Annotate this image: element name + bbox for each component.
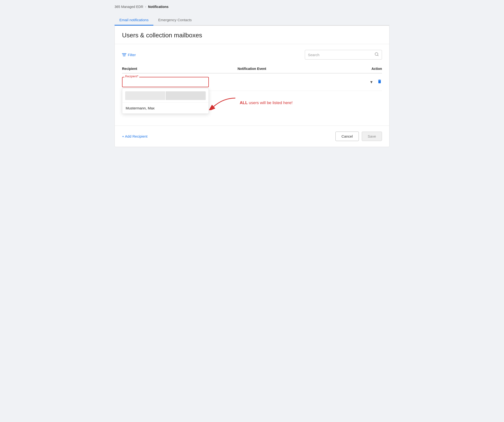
card-footer: + Add Recipient Cancel Save	[115, 126, 389, 147]
action-cell: ▼	[353, 79, 382, 85]
col-notification-event: Notification Event	[238, 67, 353, 71]
dropdown-item-mustermann[interactable]: Mustermann, Max	[122, 103, 209, 114]
recipient-cell: Recipient* Mustermann, Max	[122, 77, 238, 87]
filter-label: Filter	[128, 53, 136, 57]
recipient-dropdown: Mustermann, Max	[122, 88, 209, 114]
save-button[interactable]: Save	[362, 132, 382, 141]
table-header: Recipient Notification Event Action	[122, 64, 382, 74]
delete-row-button[interactable]	[377, 79, 382, 85]
annotation-text: ALL users will be listed here!	[240, 100, 293, 105]
chevron-right-icon: ›	[145, 5, 146, 8]
dropdown-search-row	[122, 88, 209, 103]
search-input[interactable]	[308, 53, 375, 57]
col-recipient: Recipient	[122, 67, 238, 71]
card-header: Users & collection mailboxes	[115, 26, 389, 44]
annotation-rest: users will be listed here!	[248, 100, 293, 105]
card-body: Filter Recipient Notification Event Ac	[115, 44, 389, 116]
annotation-bold: ALL	[240, 100, 248, 105]
cancel-button[interactable]: Cancel	[335, 132, 359, 141]
filter-button[interactable]: Filter	[122, 53, 136, 57]
breadcrumb-parent[interactable]: 365 Managed EDR	[115, 5, 143, 9]
add-recipient-button[interactable]: + Add Recipient	[122, 134, 148, 138]
tab-email-notifications[interactable]: Email notifications	[115, 15, 153, 26]
row-dropdown-icon[interactable]: ▼	[369, 80, 373, 84]
toolbar: Filter	[122, 50, 382, 60]
col-action: Action	[353, 67, 382, 71]
dropdown-tab-2[interactable]	[166, 91, 206, 100]
tab-emergency-contacts[interactable]: Emergency Contacts	[153, 15, 197, 26]
dropdown-tab-1[interactable]	[125, 91, 165, 100]
search-box	[305, 50, 382, 60]
filter-icon	[122, 53, 126, 56]
svg-line-1	[377, 55, 378, 56]
recipient-field-wrapper: Recipient*	[122, 77, 209, 87]
tab-bar: Email notifications Emergency Contacts	[115, 15, 389, 26]
recipient-input[interactable]	[122, 77, 209, 87]
recipient-field-label: Recipient*	[124, 75, 139, 78]
table-row: Recipient* Mustermann, Max	[122, 74, 382, 91]
add-recipient-label: + Add Recipient	[122, 134, 148, 138]
main-card: Users & collection mailboxes Filter	[115, 26, 389, 147]
breadcrumb-current: Notifications	[148, 5, 169, 9]
annotation-arrow	[209, 96, 238, 110]
breadcrumb: 365 Managed EDR › Notifications	[115, 5, 389, 9]
annotation-area: ALL users will be listed here!	[209, 96, 382, 110]
card-title: Users & collection mailboxes	[122, 32, 382, 39]
search-icon	[375, 52, 379, 57]
footer-actions: Cancel Save	[335, 132, 382, 141]
